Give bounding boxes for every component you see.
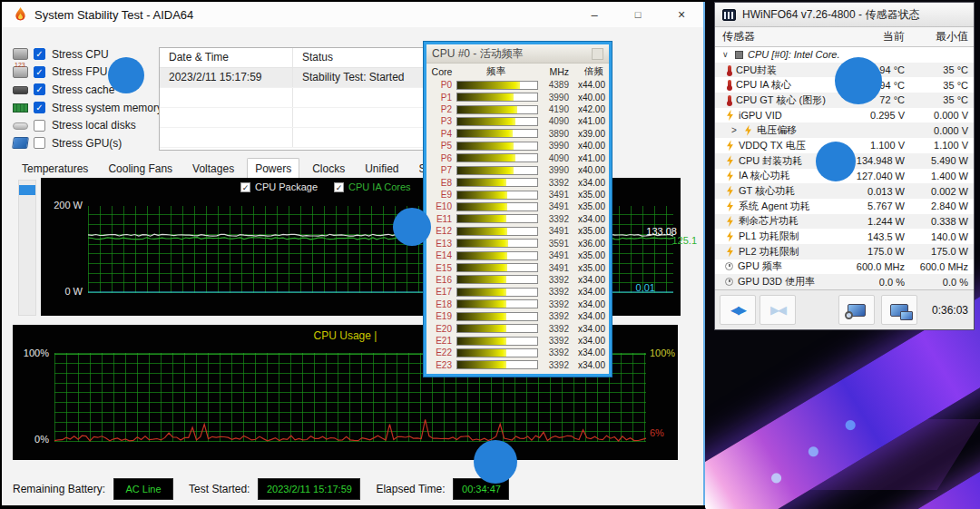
sensor-row[interactable]: 剩余芯片功耗1.244 W0.338 W bbox=[715, 214, 974, 230]
volt-icon bbox=[726, 110, 734, 121]
sensor-row[interactable]: PL2 功耗限制175.0 W175.0 W bbox=[715, 244, 974, 259]
freq-bar-fill bbox=[457, 264, 507, 271]
sensor-label: CPU IA 核心 bbox=[736, 78, 791, 92]
network-computers-button[interactable] bbox=[881, 295, 917, 325]
core-label: P7 bbox=[430, 165, 452, 175]
sensor-label-cell: 系统 Agent 功耗 bbox=[715, 200, 839, 213]
freq-bar-fill bbox=[457, 361, 506, 368]
col-mhz: MHz bbox=[538, 66, 569, 77]
chevron-right-icon[interactable]: > bbox=[731, 125, 740, 135]
core-label: E11 bbox=[430, 214, 452, 224]
cpu-frequency-panel[interactable]: CPU #0 - 活动频率 Core 频率 MHz 倍频 P04389x44.0… bbox=[424, 42, 612, 377]
sensor-min: 5.490 W bbox=[905, 155, 974, 166]
checkbox[interactable] bbox=[34, 120, 45, 132]
core-row: P34090x41.00 bbox=[430, 115, 605, 127]
checkbox[interactable]: ✓ bbox=[34, 83, 45, 95]
checkbox[interactable]: ✓ bbox=[34, 48, 45, 60]
sensor-row[interactable]: 系统 Agent 功耗5.767 W2.840 W bbox=[715, 199, 974, 214]
freq-bar-fill bbox=[457, 325, 506, 332]
legend-item[interactable]: ✓CPU Package bbox=[240, 181, 318, 192]
checkbox[interactable]: ✓ bbox=[34, 102, 45, 113]
legend-checkbox[interactable]: ✓ bbox=[240, 182, 250, 192]
stress-option-label: Stress local disks bbox=[52, 119, 136, 132]
status-group: Remaining Battery:AC Line bbox=[13, 478, 189, 500]
nav-arrows-button[interactable]: ◀▶ bbox=[720, 295, 756, 325]
stress-option-label: Stress GPU(s) bbox=[52, 137, 122, 150]
core-mhz: 4389 bbox=[542, 80, 569, 90]
core-row: E143491x35.00 bbox=[430, 250, 605, 261]
tab-cooling-fans[interactable]: Cooling Fans bbox=[101, 159, 180, 180]
tab-temperatures[interactable]: Temperatures bbox=[15, 159, 95, 180]
tab-voltages[interactable]: Voltages bbox=[185, 159, 241, 180]
checkbox[interactable] bbox=[34, 137, 45, 149]
sensor-row[interactable]: PL1 功耗限制143.5 W140.0 W bbox=[715, 229, 974, 244]
sensor-row[interactable]: ∨CPU [#0]: Intel Core... bbox=[715, 47, 974, 63]
freq-bar bbox=[456, 227, 538, 236]
core-multiplier: x39.00 bbox=[569, 129, 605, 139]
stress-option[interactable]: ✓Stress system memory bbox=[13, 99, 158, 117]
hwinfo-title-bar[interactable]: HWiNFO64 v7.26-4800 - 传感器状态 bbox=[715, 3, 974, 27]
core-row: E173392x34.00 bbox=[430, 286, 605, 298]
volt-icon bbox=[726, 171, 734, 181]
checkbox[interactable]: ✓ bbox=[34, 66, 45, 78]
chart-scrollbar[interactable] bbox=[18, 180, 36, 316]
sensor-label: PL2 功耗限制 bbox=[739, 245, 799, 259]
col-current: 当前 bbox=[841, 29, 905, 44]
sensor-current: 0.0 % bbox=[839, 277, 905, 288]
freq-bar-fill bbox=[457, 93, 514, 101]
chevron-down-icon[interactable]: ∨ bbox=[722, 50, 733, 59]
core-row: P13990x40.00 bbox=[430, 91, 605, 103]
events-row[interactable]: 2023/2/11 15:17:59Stability Test: Starte… bbox=[160, 68, 423, 88]
col-sensor: 传感器 bbox=[715, 29, 841, 44]
legend-checkbox[interactable]: ✓ bbox=[334, 182, 344, 192]
sensor-row[interactable]: GT 核心功耗0.013 W0.002 W bbox=[715, 183, 974, 199]
sensor-row[interactable]: iGPU VID0.295 V0.000 V bbox=[715, 108, 974, 123]
freq-bar-fill bbox=[457, 252, 507, 259]
sensor-label-cell: >电压偏移 bbox=[715, 123, 839, 137]
stress-option-label: Stress FPU bbox=[52, 65, 107, 78]
freq-bar bbox=[456, 263, 538, 272]
legend-item[interactable]: ✓CPU IA Cores bbox=[334, 181, 410, 192]
legend-label: CPU Package bbox=[255, 181, 318, 192]
sensor-label-cell: ∨CPU [#0]: Intel Core... bbox=[715, 49, 839, 60]
freq-bar bbox=[456, 239, 538, 248]
col-multiplier: 倍频 bbox=[569, 65, 605, 78]
stress-option[interactable]: Stress GPU(s) bbox=[13, 134, 158, 152]
sensor-label: CPU封装 bbox=[736, 64, 777, 77]
sensor-current: 0.295 V bbox=[839, 110, 905, 121]
cpu-frequency-panel-title-bar[interactable]: CPU #0 - 活动频率 bbox=[426, 44, 609, 64]
sensor-row[interactable]: GPU 频率600.0 MHz600.0 MHz bbox=[715, 259, 974, 275]
panel-button[interactable] bbox=[592, 48, 603, 60]
system-scan-button[interactable] bbox=[838, 295, 875, 325]
core-label: E20 bbox=[430, 324, 452, 334]
core-label: E8 bbox=[430, 178, 452, 188]
minimize-button[interactable]: – bbox=[573, 2, 615, 27]
close-button[interactable]: × bbox=[661, 2, 702, 27]
aida64-title-bar[interactable]: System Stability Test - AIDA64 – □ × bbox=[2, 2, 703, 27]
tab-unified[interactable]: Unified bbox=[358, 159, 406, 180]
stress-option[interactable]: Stress local disks bbox=[13, 116, 158, 134]
sensor-row[interactable]: >电压偏移0.000 V bbox=[715, 122, 974, 138]
nav-arrows-disabled-button[interactable]: ▶◀ bbox=[760, 295, 796, 325]
core-row: E183392x34.00 bbox=[430, 299, 605, 310]
core-row: E223392x34.00 bbox=[430, 347, 605, 358]
maximize-button[interactable]: □ bbox=[617, 2, 659, 27]
freq-bar-fill bbox=[457, 203, 507, 210]
events-row-empty bbox=[160, 128, 423, 148]
status-group: Test Started:2023/2/11 15:17:59 bbox=[189, 478, 376, 500]
core-label: E13 bbox=[430, 239, 452, 249]
tab-clocks[interactable]: Clocks bbox=[305, 159, 352, 180]
core-multiplier: x35.00 bbox=[569, 201, 605, 211]
sensor-label-cell: GPU D3D 使用率 bbox=[715, 275, 839, 289]
core-mhz: 3392 bbox=[542, 299, 569, 309]
core-multiplier: x35.00 bbox=[569, 226, 605, 236]
core-row: P24190x42.00 bbox=[430, 103, 605, 115]
sensor-row[interactable]: GPU D3D 使用率0.0 %0.0 % bbox=[715, 274, 974, 289]
sensor-current: 600.0 MHz bbox=[839, 261, 905, 272]
freq-bar bbox=[456, 251, 538, 260]
sensor-label-cell: CPU GT 核心 (图形) bbox=[715, 93, 839, 107]
freq-bar-fill bbox=[457, 179, 506, 186]
chart-scrollbar-thumb[interactable] bbox=[19, 185, 35, 195]
core-mhz: 3392 bbox=[542, 336, 569, 346]
core-label: P5 bbox=[430, 141, 452, 151]
